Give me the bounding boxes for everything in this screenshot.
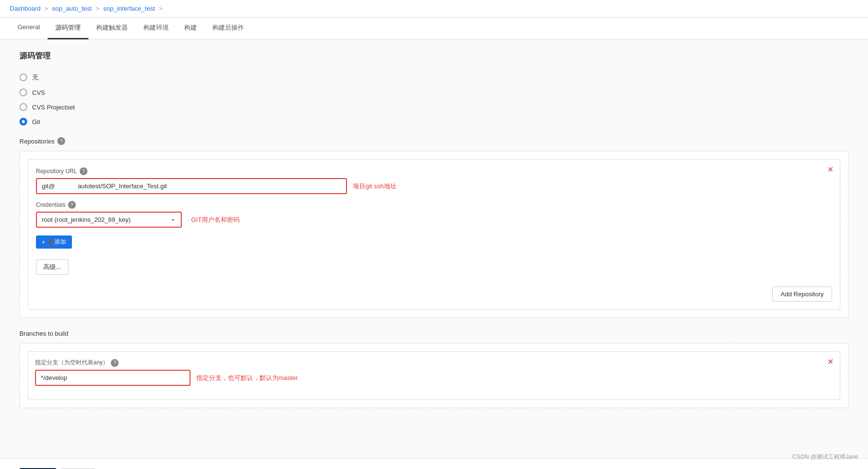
repo-url-annotation: 项目git ssh地址 [353,182,397,191]
tab-build-trigger[interactable]: 构建触发器 [88,18,136,39]
repositories-label: Repositories ? [19,137,849,145]
watermark: CSDN @测试工程师Jane [792,453,858,461]
tabs-bar: General 源码管理 构建触发器 构建环境 构建 构建后操作 [0,18,868,39]
repo-url-box: ✕ Repository URL ? 项目git ssh地址 [28,159,840,310]
tab-source-management[interactable]: 源码管理 [48,18,88,39]
tab-build[interactable]: 构建 [176,18,205,39]
branches-dashed-box: ✕ 指定分支（为空时代表any） ? 指定分支，也可默认，默认为master [19,343,849,408]
breadcrumb-sep-2: > [96,5,100,12]
advanced-button[interactable]: 高级... [36,259,69,275]
radio-cvs[interactable]: CVS [19,89,849,96]
radio-circle-cvs [19,89,27,96]
credentials-label: Credentials ? [36,201,832,209]
close-branch-button[interactable]: ✕ [825,357,835,366]
repo-url-label: Repository URL ? [36,167,832,175]
radio-cvs-projectset[interactable]: CVS Projectset [19,103,849,111]
radio-label-cvs: CVS [32,89,45,96]
radio-none[interactable]: 无 [19,73,849,82]
radio-circle-cvs-projectset [19,103,27,111]
page-title: 源码管理 [19,51,849,61]
credentials-select-container: root (root_jenkins_202_89_key) [36,212,182,228]
repositories-help-icon[interactable]: ? [57,137,65,145]
branch-annotation: 指定分支，也可默认，默认为master [196,374,298,382]
url-input-container [36,178,347,194]
branch-field-label: 指定分支（为空时代表any） ? [35,359,833,367]
add-repo-button-container: Add Repository [36,283,832,302]
breadcrumb: Dashboard > sop_auto_test > sop_interfac… [0,0,868,18]
close-repo-button[interactable]: ✕ [825,164,835,174]
radio-label-git: Git [32,118,40,126]
breadcrumb-sop-auto-test[interactable]: sop_auto_test [52,5,92,12]
branch-input[interactable] [35,370,191,386]
repositories-section: Repositories ? ✕ Repository URL ? [19,137,849,408]
repo-url-help-icon[interactable]: ? [80,167,87,175]
tab-post-build[interactable]: 构建后操作 [205,18,252,39]
repo-url-field: Repository URL ? 项目git ssh地址 [36,167,832,194]
tab-general[interactable]: General [10,18,48,39]
radio-label-cvs-projectset: CVS Projectset [32,104,75,111]
radio-circle-git [19,118,27,126]
scm-radio-group: 无 CVS CVS Projectset Git [19,73,849,126]
branch-help-icon[interactable]: ? [111,359,119,367]
bottom-bar: 保存 应用 [0,458,868,469]
radio-circle-none [19,73,27,81]
add-label: ➕添加 [47,238,66,246]
breadcrumb-dashboard[interactable]: Dashboard [10,5,41,12]
branches-label: Branches to build [19,330,849,337]
credentials-select[interactable]: root (root_jenkins_202_89_key) [36,212,182,228]
breadcrumb-sep-1: > [45,5,49,12]
credentials-annotation: · GIT用户名和密码 [188,216,240,224]
page-content: 源码管理 无 CVS CVS Projectset Git Repositori… [0,39,868,458]
repo-url-input[interactable] [36,178,347,194]
credentials-field: Credentials ? root (root_jenkins_202_89_… [36,201,832,249]
add-icon: + [42,239,45,246]
branch-input-container [35,370,191,386]
radio-label-none: 无 [32,73,38,82]
breadcrumb-sop-interface-test[interactable]: sop_interface_test [103,5,155,12]
credentials-row: root (root_jenkins_202_89_key) · GIT用户名和… [36,212,832,228]
branch-input-row: 指定分支，也可默认，默认为master [35,370,833,386]
tab-build-env[interactable]: 构建环境 [136,18,176,39]
advanced-button-container: 高级... [36,255,832,275]
add-credentials-button[interactable]: + ➕添加 [36,235,72,249]
add-button-container: + ➕添加 [36,232,832,249]
branch-field-group: 指定分支（为空时代表any） ? 指定分支，也可默认，默认为master [35,359,833,386]
breadcrumb-sep-3: > [159,5,163,12]
url-row: 项目git ssh地址 [36,178,832,194]
radio-git[interactable]: Git [19,118,849,126]
repositories-dashed-box: ✕ Repository URL ? 项目git ssh地址 [19,151,849,318]
credentials-help-icon[interactable]: ? [68,201,76,209]
branch-box: ✕ 指定分支（为空时代表any） ? 指定分支，也可默认，默认为master [28,351,840,400]
add-repository-button[interactable]: Add Repository [772,287,832,302]
